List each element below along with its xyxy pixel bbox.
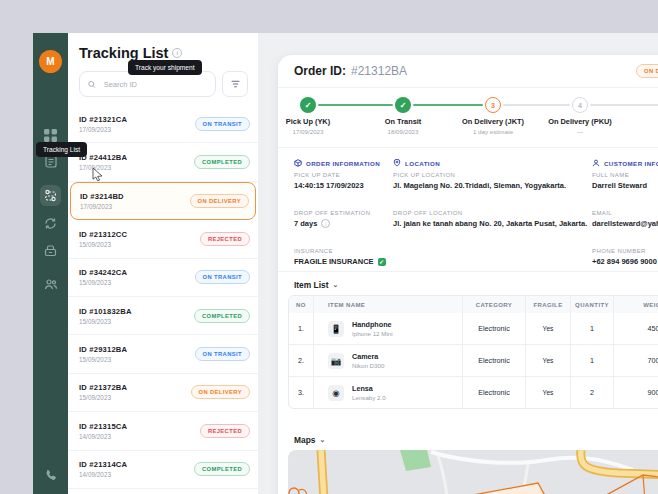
item-category: Electronic [463,345,526,376]
step-circle: ✓ [300,97,316,113]
step-connector [590,104,658,106]
column-header: NO [289,296,314,313]
customer-information-column: CUSTOMER INFORMATION FULL NAME Darrell S… [592,148,658,286]
step-circle: 3 [485,97,501,113]
step-sublabel: 18/09/2023 [353,128,453,135]
item-thumbnail: 📱 [328,321,344,337]
list-item[interactable]: ID #21312CC 15/09/2023 REJECTED [68,220,258,258]
customers-icon[interactable] [40,273,61,294]
insurance-value: FRAGILE INSURANCE ✓ [294,257,389,266]
step-circle: 4 [572,97,588,113]
column-header: CATEGORY [463,296,526,313]
status-badge: ON DELIVERY [190,194,249,208]
shipment-id: ID #34242CA [79,268,127,277]
list-item[interactable]: ID #101832BA 15/09/2023 COMPLETED [68,297,258,335]
order-id-label: Order ID: [294,64,346,78]
table-body: 1. 📱 Handphone Iphone 12 Mini Electronic… [289,313,658,408]
list-item[interactable]: ID #21314CA 14/09/2023 COMPLETED [68,451,258,489]
step-circle: ✓ [395,97,411,113]
tracking-icon[interactable] [40,185,61,206]
page-title: Tracking List i [79,45,248,61]
shipment-progress-stepper: ✓Pick Up (YK)17/09/2023✓On Transit18/09/… [278,88,658,148]
maps-toggle[interactable]: Maps ⌄ [294,435,325,445]
table-row: 2. 📷 Camera Nikon D300 Electronic Yes 1 … [289,344,658,376]
tooltip-track-your-shipment: Track your shipment [128,60,202,75]
status-badge: COMPLETED [194,155,250,169]
item-category: Electronic [463,377,526,408]
list-item[interactable]: ID #3214BD 17/09/2023 ON DELIVERY [70,182,256,220]
avatar[interactable]: M [39,50,62,73]
status-badge: COMPLETED [194,309,250,323]
field-label: FULL NAME [592,172,658,178]
phone-value: +62 894 9696 9000 [592,257,658,266]
filter-button[interactable] [222,71,248,97]
map[interactable] [288,450,658,494]
status-badge: COMPLETED [194,462,250,476]
phone-icon[interactable] [40,465,61,486]
step-sublabel: — [530,128,630,135]
field-label: DROP OFF LOCATION [393,210,588,216]
status-badge: ON TRANSIT [195,270,250,284]
status-badge: ON TRANSIT [195,347,250,361]
sync-icon[interactable] [40,213,61,234]
location-column: LOCATION PICK UP LOCATION Jl. Magelang N… [393,148,588,248]
step-label: On Delivery (PKU) [530,117,630,126]
field-label: DROP OFF ESTIMATION [294,210,389,216]
search-icon [88,80,96,89]
item-list-toggle[interactable]: Item List ⌄ [294,280,338,290]
info-icon[interactable]: i [321,219,330,228]
list-item[interactable]: ID #21321CA 17/09/2023 ON TRANSIT [68,105,258,143]
list-item[interactable]: ID #21372BA 15/09/2023 ON DELIVERY [68,374,258,412]
search-input[interactable] [102,79,207,90]
section-title: LOCATION [405,160,440,167]
inventory-icon[interactable] [40,240,61,261]
item-thumbnail: ◉ [328,385,344,401]
item-subname: Iphone 12 Mini [352,330,393,337]
field-label: PICK UP LOCATION [393,172,588,178]
order-status-badge: ON DELIVERY [636,64,658,78]
shipment-id: ID #101832BA [79,307,132,316]
shipment-date: 17/09/2023 [79,164,127,171]
column-header: ITEM NAME [314,296,463,313]
column-header: WEIGHT [614,296,658,313]
shipment-id: ID #21315CA [79,422,127,431]
list-item[interactable]: ID #21315CA 14/09/2023 REJECTED [68,412,258,450]
chevron-down-icon: ⌄ [319,436,325,444]
status-badge: REJECTED [200,424,250,438]
table-header-row: NO ITEM NAME CATEGORY FRAGILE QUANTITY W… [289,296,658,313]
dropoff-location-value: Jl. jalan ke tanah abang No. 20, Jakarta… [393,219,588,228]
order-header: Order ID: #21312BA ON DELIVERY [278,55,658,88]
item-quantity: 2 [571,377,614,408]
item-name: Handphone [352,320,393,329]
tracking-list-panel: Tracking List i ID #21321CA 17/09/2023 O… [68,33,258,494]
item-quantity: 1 [571,345,614,376]
order-information-column: ORDER INFORMATION PICK UP DATE 14:40:15 … [294,148,389,286]
item-category: Electronic [463,313,526,344]
item-fragile: Yes [526,313,571,344]
shipment-date: 14/09/2023 [79,433,127,440]
chevron-down-icon: ⌄ [332,281,338,289]
info-icon[interactable]: i [172,48,182,58]
status-badge: ON TRANSIT [195,117,250,131]
list-item[interactable]: ID #29312BA 15/09/2023 ON TRANSIT [68,335,258,373]
item-fragile: Yes [526,377,571,408]
item-subname: Lensaby 2.0 [352,394,386,401]
item-table: NO ITEM NAME CATEGORY FRAGILE QUANTITY W… [288,295,658,409]
order-info-section: ORDER INFORMATION PICK UP DATE 14:40:15 … [278,148,658,272]
field-label: PICK UP DATE [294,172,389,178]
step-label: Pick Up (YK) [258,117,358,126]
field-label: INSURANCE [294,248,389,254]
step-label: On Transit [353,117,453,126]
dropoff-estimation-value: 7 days i [294,219,389,228]
shipment-date: 15/09/2023 [79,318,132,325]
sidebar: M [33,33,68,494]
filter-icon [231,80,240,88]
shipment-date: 17/09/2023 [79,126,127,133]
section-title: CUSTOMER INFORMATION [604,160,658,167]
full-name-value: Darrell Steward [592,181,658,190]
list-item[interactable]: ID #34242CA 15/09/2023 ON TRANSIT [68,259,258,297]
shipment-date: 15/09/2023 [79,356,127,363]
item-name: Lensa [352,384,386,393]
column-header: FRAGILE [526,296,571,313]
shipment-id: ID #29312BA [79,345,127,354]
